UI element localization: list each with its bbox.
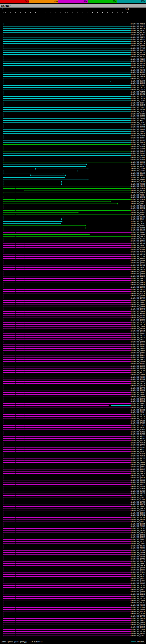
hit-row[interactable]: UniRef100_A6YE28 — [0, 293, 146, 295]
hit-row[interactable]: UniRef100_A6JUD8 — [0, 312, 146, 314]
hit-row[interactable]: UniRef100_Q293A4 — [0, 606, 146, 608]
hit-row[interactable]: UniRef100_C5L7N2 — [0, 93, 146, 95]
hit-row[interactable]: UniRef100_Q9YVQ9 — [0, 587, 146, 589]
hit-row[interactable]: UniRef100_C5GNR3 — [0, 113, 146, 115]
hit-row[interactable]: UniRef100_B3IUP2 — [0, 67, 146, 69]
hit-row[interactable]: UniRef100_C7NV06 — [0, 628, 146, 630]
hit-row[interactable]: UniRef100_B3ICY1 — [0, 163, 146, 166]
hit-row[interactable]: UniRef100_A9QN43 — [0, 185, 146, 187]
hit-row[interactable]: UniRef100_C3TYG9 — [0, 584, 146, 587]
hit-row[interactable]: UniRef100_B3L761 — [0, 545, 146, 547]
hit-row[interactable]: UniRef100_A8I1V9 — [0, 52, 146, 54]
hit-row[interactable]: UniRef100_Q58GH8 — [0, 608, 146, 611]
hit-row[interactable]: UniRef100_A6YPU2 — [0, 451, 146, 453]
hit-row[interactable]: UniRef100_A6YPV5 — [0, 448, 146, 450]
hit-row[interactable]: UniRef100_C5LPP1 — [0, 122, 146, 124]
hit-row[interactable]: UniRef100_A44R09 — [0, 582, 146, 584]
hit-row[interactable]: UniRef100_A6YPS6 — [0, 253, 146, 256]
hit-row[interactable]: UniRef100_A9Z9Y6 — [0, 28, 146, 30]
hit-row[interactable]: UniRef100_Q9YVT2 — [0, 339, 146, 341]
hit-row[interactable]: UniRef100_A6YE19 — [0, 455, 146, 457]
hit-row[interactable]: UniRef100_B3L763 — [0, 602, 146, 604]
hit-row[interactable]: UniRef100_Q6WVF9 — [0, 286, 146, 288]
hit-row[interactable]: UniRef100_Q9U062 — [0, 534, 146, 536]
hit-row[interactable]: UniRef100_A44R03 — [0, 363, 146, 365]
hit-row[interactable]: UniRef100_A1L2K7 — [0, 139, 146, 142]
hit-row[interactable]: UniRef100_B2DDN2 — [0, 201, 146, 203]
hit-row[interactable]: UniRef100_Q95U79 — [0, 133, 146, 135]
hit-row[interactable]: UniRef100_Q58GH2 — [0, 475, 146, 477]
hit-row[interactable]: UniRef100_C5KG34 — [0, 89, 146, 91]
hit-row[interactable]: UniRef100_Q9Y019 — [0, 269, 146, 271]
hit-row[interactable]: UniRef100_B2DD90 — [0, 198, 146, 200]
hit-row[interactable]: UniRef100_B1PKE9 — [0, 490, 146, 492]
hit-row[interactable]: UniRef100_B5W4Q3 — [0, 212, 146, 214]
hit-row[interactable]: UniRef100_Q9NK12 — [0, 280, 146, 282]
hit-row[interactable]: UniRef100_C7NV00 — [0, 374, 146, 376]
hit-row[interactable]: UniRef100_B1L7L3 — [0, 238, 146, 240]
hit-row[interactable]: UniRef100_C7NV03 — [0, 543, 146, 545]
hit-row[interactable]: UniRef100_C7SZ24 — [0, 418, 146, 420]
hit-row[interactable]: UniRef100_Q9NK21 — [0, 356, 146, 358]
hit-row[interactable]: UniRef100_C0LL55 — [0, 220, 146, 222]
hit-row[interactable]: UniRef100_Q3ZJR3 — [0, 319, 146, 321]
hit-row[interactable]: UniRef100_B3IUP6 — [0, 108, 146, 110]
hit-row[interactable]: UniRef100_C1K9V9 — [0, 144, 146, 146]
hit-row[interactable]: UniRef100_A6YPU9 — [0, 249, 146, 251]
hit-row[interactable]: UniRef100_Q58GH6 — [0, 552, 146, 554]
hit-row[interactable]: UniRef100_A0B7D7 — [0, 376, 146, 378]
hit-row[interactable]: UniRef100_A6YF06 — [0, 290, 146, 293]
hit-row[interactable]: UniRef100_C0LL63 — [0, 229, 146, 231]
hit-row[interactable]: UniRef100_A6VIL2 — [0, 242, 146, 244]
hit-row[interactable]: UniRef100_Q9U9W4 — [0, 343, 146, 346]
hit-row[interactable]: UniRef100_B8YJX6 — [0, 43, 146, 45]
hit-row[interactable]: UniRef100_B8NWJ8 — [0, 284, 146, 286]
hit-row[interactable]: UniRef100_A6YF28 — [0, 440, 146, 442]
hit-row[interactable]: UniRef100_Q9U9T8 — [0, 503, 146, 505]
hit-row[interactable]: UniRef100_Q9NK13 — [0, 278, 146, 280]
hit-row[interactable]: UniRef100_Q9U069 — [0, 271, 146, 273]
hit-row[interactable]: UniRef100_C5LF60 — [0, 124, 146, 126]
hit-row[interactable]: UniRef100_Q9U9T5 — [0, 532, 146, 534]
hit-row[interactable]: UniRef100_Q09TP8 — [0, 155, 146, 157]
hit-row[interactable]: UniRef100_Q9NK09 — [0, 622, 146, 624]
hit-row[interactable]: UniRef100_A6TE73 — [0, 494, 146, 497]
hit-row[interactable]: UniRef100_Q9YOU2 — [0, 264, 146, 266]
hit-row[interactable]: UniRef100_A9QNK9 — [0, 179, 146, 181]
hit-row[interactable]: UniRef100_C5KWR2 — [0, 118, 146, 120]
hit-row[interactable]: UniRef100_B2DD96 — [0, 188, 146, 190]
hit-row[interactable]: UniRef100_B8NWJ9 — [0, 282, 146, 284]
hit-row[interactable]: UniRef100_Q293Z8 — [0, 477, 146, 479]
hit-row[interactable]: UniRef100_B1PKE5 — [0, 446, 146, 448]
hit-row[interactable]: UniRef100_C3TYH0 — [0, 613, 146, 615]
hit-row[interactable]: UniRef100_B6S2X6 — [0, 481, 146, 484]
hit-row[interactable]: UniRef100_B5W4N9 — [0, 157, 146, 159]
hit-row[interactable]: UniRef100_Q9U9W3 — [0, 392, 146, 394]
hit-row[interactable]: UniRef100_B5W4P4 — [0, 137, 146, 139]
hit-row[interactable]: UniRef100_A44R08 — [0, 554, 146, 556]
hit-row[interactable]: UniRef100_Q6JUC7 — [0, 245, 146, 247]
hit-row[interactable]: UniRef100_C5M6J9 — [0, 150, 146, 152]
hit-row[interactable]: UniRef100_B5ADV0 — [0, 499, 146, 501]
hit-row[interactable]: UniRef100_A0B7E1 — [0, 547, 146, 549]
hit-row[interactable]: UniRef100_B1PKF5 — [0, 488, 146, 490]
hit-row[interactable]: UniRef100_C5LU3B — [0, 98, 146, 100]
hit-row[interactable]: UniRef100_Q9YVT3 — [0, 387, 146, 389]
hit-row[interactable]: UniRef100_A6YPV3 — [0, 492, 146, 494]
hit-row[interactable]: UniRef100_A0B7E2 — [0, 576, 146, 578]
hit-row[interactable]: UniRef100_Q5UH16 — [0, 142, 146, 144]
hit-row[interactable]: UniRef100_Q0WQ44 — [0, 174, 146, 176]
hit-row[interactable]: UniRef100_Q58GH5 — [0, 523, 146, 525]
hit-row[interactable]: UniRef100_A4KRQ5 — [0, 315, 146, 317]
hit-row[interactable]: UniRef100_A0B7E4 — [0, 633, 146, 635]
hit-row[interactable]: UniRef100_Q9U9W9 — [0, 304, 146, 306]
hit-row[interactable]: UniRef100_Q58GG9 — [0, 361, 146, 363]
hit-row[interactable]: UniRef100_Q9NK23 — [0, 359, 146, 361]
hit-row[interactable]: UniRef100_C0LL69 — [0, 176, 146, 179]
hit-row[interactable]: UniRef100_Q9U9U9 — [0, 462, 146, 464]
hit-row[interactable]: UniRef100_C7NV04 — [0, 571, 146, 574]
hit-row[interactable]: UniRef100_Q9YVQ5 — [0, 615, 146, 617]
hit-row[interactable]: UniRef100_C7SY27 — [0, 424, 146, 426]
hit-row[interactable]: UniRef100_Q9NK14 — [0, 236, 146, 238]
hit-row[interactable]: UniRef100_C0LL64 — [0, 218, 146, 220]
